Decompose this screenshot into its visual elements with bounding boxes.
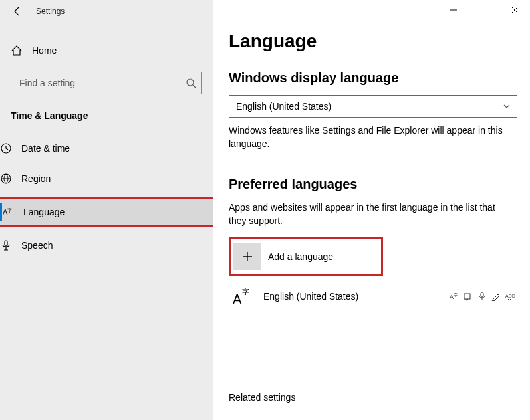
language-name: English (United States) [263,291,450,302]
sidebar-item-label: Language [23,207,65,217]
handwriting-feature-icon [491,292,501,301]
maximize-button[interactable] [469,0,499,20]
home-nav[interactable]: Home [11,36,202,65]
sidebar-item-language[interactable]: A字 Language [0,197,215,227]
back-button[interactable] [12,6,23,17]
add-language-button[interactable]: Add a language [229,237,383,276]
sidebar: Settings Home Time & Language Date & tim… [0,0,213,420]
titlebar: Settings [0,0,213,23]
language-list-item[interactable]: A字 English (United States) A字 ABC [229,280,515,312]
chevron-down-icon [503,103,510,110]
display-language-feature-icon: A字 [450,292,459,301]
display-language-value: English (United States) [236,101,331,112]
app-title: Settings [36,7,65,16]
sidebar-nav-list: Date & time Region A字 Language Speech [0,133,223,261]
home-icon [11,45,32,56]
svg-rect-12 [481,292,483,297]
minimize-button[interactable] [438,0,469,20]
preferred-languages-description: Apps and websites will appear in the fir… [229,201,509,227]
language-icon: A字 [2,206,23,218]
search-input[interactable] [19,78,186,88]
language-icon: A字 [229,282,257,310]
svg-text:ABC: ABC [505,294,515,298]
clock-icon [0,142,21,154]
display-language-dropdown[interactable]: English (United States) [229,95,517,118]
display-language-heading: Windows display language [229,70,513,86]
svg-text:字: 字 [454,292,458,297]
search-icon [186,78,196,88]
plus-icon [233,243,261,270]
sidebar-item-label: Region [21,173,51,184]
language-feature-icons: A字 ABC [450,292,515,301]
microphone-icon [0,239,21,251]
preferred-languages-heading: Preferred languages [229,177,513,192]
page-title: Language [229,31,513,52]
add-language-label: Add a language [268,251,333,262]
sidebar-item-label: Speech [21,240,53,251]
svg-rect-5 [5,241,7,246]
main-content: Language Windows display language Englis… [213,0,530,420]
sidebar-item-speech[interactable]: Speech [0,230,223,261]
text-to-speech-feature-icon [464,292,473,301]
display-language-description: Windows features like Settings and File … [229,124,509,150]
sidebar-item-date-time[interactable]: Date & time [0,133,223,163]
svg-point-0 [187,79,194,86]
speech-feature-icon [477,292,487,301]
sidebar-item-label: Date & time [21,143,70,154]
svg-text:字: 字 [7,208,12,213]
svg-text:字: 字 [242,288,249,296]
close-button[interactable] [499,0,530,20]
sidebar-section-title: Time & Language [11,110,202,121]
related-settings-heading: Related settings [229,392,513,403]
sidebar-item-region[interactable]: Region [0,163,223,194]
svg-rect-11 [464,294,470,299]
svg-text:A: A [233,292,242,306]
globe-icon [0,173,21,185]
search-input-wrapper[interactable] [11,72,202,94]
window-controls [438,0,530,20]
svg-rect-6 [481,7,487,13]
spellcheck-feature-icon: ABC [505,292,515,301]
home-label: Home [32,45,57,56]
